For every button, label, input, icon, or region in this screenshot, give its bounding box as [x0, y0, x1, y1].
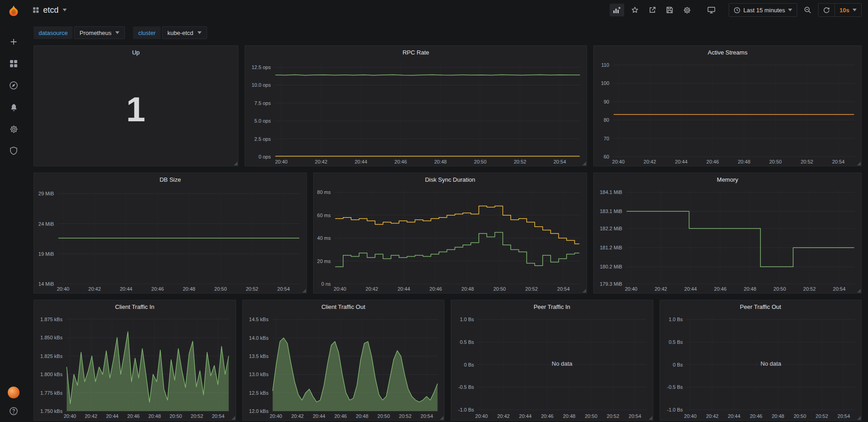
svg-text:20:48: 20:48	[744, 286, 756, 292]
share-dashboard-button[interactable]	[646, 4, 659, 16]
svg-text:20:54: 20:54	[833, 286, 846, 292]
panel-title[interactable]: Disk Sync Duration	[314, 173, 587, 186]
panel-title[interactable]: Up	[34, 46, 238, 59]
client-traffic-in-chart[interactable]: 20:4020:4220:4420:4620:4820:5020:5220:54…	[34, 313, 236, 420]
svg-text:20:46: 20:46	[714, 286, 727, 292]
panel-title[interactable]: Memory	[594, 173, 861, 186]
panel-resize-handle[interactable]	[857, 416, 861, 420]
svg-text:20:42: 20:42	[315, 159, 327, 164]
svg-text:70: 70	[604, 136, 609, 141]
panel-client-traffic-in: Client Traffic In 20:4020:4220:4420:4620…	[34, 300, 236, 421]
sidebar-item-dashboards[interactable]	[0, 55, 27, 73]
dashboard-title-button[interactable]: etcd	[33, 5, 67, 15]
svg-text:183.1 MiB: 183.1 MiB	[600, 209, 622, 214]
svg-text:14.5 kBs: 14.5 kBs	[249, 317, 268, 322]
svg-text:20:52: 20:52	[399, 413, 411, 419]
chart-canvas: 20:4020:4220:4420:4620:4820:5020:5220:54…	[245, 59, 587, 166]
user-avatar[interactable]	[8, 387, 20, 398]
refresh-button[interactable]	[819, 4, 834, 16]
sidebar-item-create[interactable]	[0, 33, 27, 51]
svg-text:20:48: 20:48	[434, 159, 447, 164]
svg-text:20:46: 20:46	[706, 159, 719, 164]
svg-text:13.5 kBs: 13.5 kBs	[249, 353, 268, 359]
refresh-interval-dropdown[interactable]: 10s	[834, 4, 861, 16]
panel-resize-handle[interactable]	[857, 289, 861, 293]
svg-text:10.0 ops: 10.0 ops	[252, 82, 271, 88]
rpc-rate-chart[interactable]: 20:4020:4220:4420:4620:4820:5020:5220:54…	[245, 59, 587, 166]
svg-text:20:50: 20:50	[774, 286, 786, 292]
active-streams-chart[interactable]: 20:4020:4220:4420:4620:4820:5020:5220:54…	[594, 59, 861, 166]
dashboard-settings-button[interactable]	[680, 4, 694, 17]
chart-canvas: 20:4020:4220:4420:4620:4820:5020:5220:54…	[594, 59, 861, 166]
panel-title[interactable]: RPC Rate	[245, 46, 587, 59]
svg-text:20:54: 20:54	[557, 286, 570, 292]
svg-text:5.0 ops: 5.0 ops	[254, 118, 271, 124]
memory-chart[interactable]: 20:4020:4220:4420:4620:4820:5020:5220:54…	[594, 186, 861, 293]
disk-sync-duration-chart[interactable]: 20:4020:4220:4420:4620:4820:5020:5220:54…	[314, 186, 587, 293]
panel-resize-handle[interactable]	[302, 289, 306, 293]
sidebar-item-server-admin[interactable]	[0, 142, 27, 160]
panel-title[interactable]: DB Size	[34, 173, 306, 186]
add-panel-icon	[613, 6, 621, 14]
cycle-view-monitor-icon	[707, 6, 715, 14]
svg-text:1.0 Bs: 1.0 Bs	[460, 317, 474, 322]
svg-text:20:44: 20:44	[106, 413, 118, 419]
variable-cluster-dropdown[interactable]: kube-etcd	[162, 26, 207, 39]
svg-text:20:46: 20:46	[750, 413, 762, 419]
plus-icon	[9, 37, 18, 46]
sidebar	[0, 0, 27, 422]
caret-down-icon	[853, 9, 857, 11]
sidebar-item-alerting[interactable]	[0, 98, 27, 116]
svg-text:-1.0 Bs: -1.0 Bs	[458, 407, 474, 412]
help-icon	[9, 407, 18, 416]
panel-resize-handle[interactable]	[582, 289, 586, 293]
panel-peer-traffic-in: Peer Traffic In 20:4020:4220:4420:4620:4…	[451, 300, 653, 421]
svg-text:20:52: 20:52	[801, 159, 814, 164]
sidebar-item-explore[interactable]	[0, 76, 27, 94]
panel-title[interactable]: Client Traffic In	[34, 300, 236, 313]
settings-gear-icon	[683, 6, 691, 14]
panel-resize-handle[interactable]	[232, 416, 235, 420]
sidebar-item-configuration[interactable]	[0, 120, 27, 138]
dashboard-content: datasource Prometheus cluster kube-etcd …	[27, 0, 868, 421]
svg-text:184.1 MiB: 184.1 MiB	[600, 189, 622, 195]
time-range-picker[interactable]: Last 15 minutes	[729, 3, 798, 17]
panel-resize-handle[interactable]	[857, 162, 861, 165]
svg-text:20:52: 20:52	[815, 413, 828, 419]
panel-title[interactable]: Client Traffic Out	[243, 300, 444, 313]
save-dashboard-button[interactable]	[663, 4, 676, 16]
svg-text:20:42: 20:42	[497, 413, 510, 419]
panel-resize-handle[interactable]	[582, 162, 586, 165]
db-size-chart[interactable]: 20:4020:4220:4420:4620:4820:5020:5220:54…	[34, 186, 306, 293]
svg-text:20:44: 20:44	[120, 286, 133, 292]
panel-title[interactable]: Active Streams	[594, 46, 861, 59]
panel-title[interactable]: Peer Traffic Out	[660, 300, 862, 313]
svg-text:20:42: 20:42	[644, 159, 656, 164]
navbar-actions: Last 15 minutes 10s	[610, 3, 862, 17]
refresh-icon	[823, 7, 830, 14]
svg-text:1.850 kBs: 1.850 kBs	[40, 335, 63, 340]
svg-text:20 ms: 20 ms	[317, 258, 330, 264]
grafana-logo[interactable]	[0, 0, 27, 23]
panel-resize-handle[interactable]	[649, 416, 652, 420]
zoom-out-time-button[interactable]	[801, 4, 814, 16]
add-panel-button[interactable]	[610, 4, 624, 16]
client-traffic-out-chart[interactable]: 20:4020:4220:4420:4620:4820:5020:5220:54…	[243, 313, 444, 420]
svg-text:0.5 Bs: 0.5 Bs	[460, 339, 474, 345]
peer-traffic-out-chart[interactable]: 20:4020:4220:4420:4620:4820:5020:5220:54…	[660, 313, 862, 420]
svg-text:0 ns: 0 ns	[321, 281, 331, 287]
panel-title[interactable]: Peer Traffic In	[451, 300, 653, 313]
svg-text:12.0 kBs: 12.0 kBs	[249, 408, 268, 414]
svg-text:180.2 MiB: 180.2 MiB	[600, 264, 622, 269]
svg-text:80 ms: 80 ms	[317, 189, 330, 195]
panel-resize-handle[interactable]	[234, 162, 237, 165]
cycle-view-mode-button[interactable]	[704, 4, 719, 16]
svg-text:20:40: 20:40	[334, 286, 346, 292]
svg-text:60 ms: 60 ms	[317, 213, 330, 218]
sidebar-item-help[interactable]	[0, 407, 27, 416]
star-dashboard-button[interactable]	[628, 4, 642, 16]
peer-traffic-in-chart[interactable]: 20:4020:4220:4420:4620:4820:5020:5220:54…	[451, 313, 653, 420]
variable-datasource-dropdown[interactable]: Prometheus	[74, 26, 125, 39]
panel-resize-handle[interactable]	[440, 416, 444, 420]
svg-text:181.2 MiB: 181.2 MiB	[600, 245, 622, 250]
